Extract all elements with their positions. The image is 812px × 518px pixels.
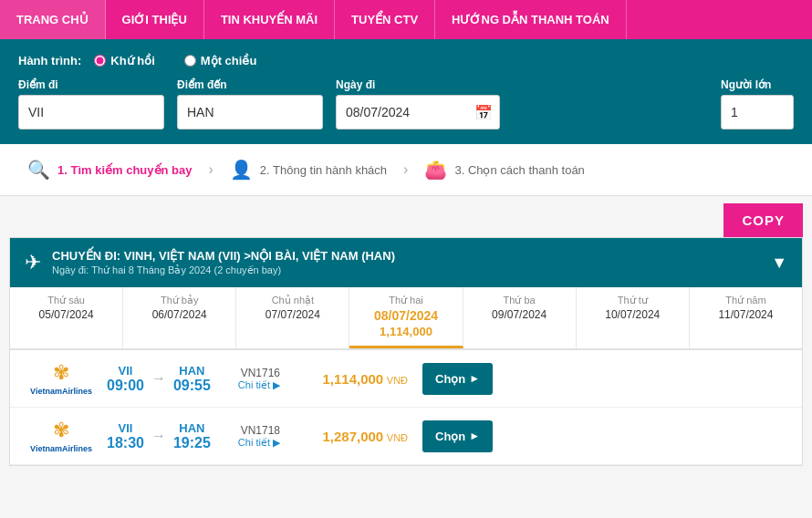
flight-info-0: VN1716 Chi tiết ▶ bbox=[238, 367, 280, 391]
copy-button[interactable]: COPY bbox=[724, 203, 803, 237]
wallet-icon: 👛 bbox=[424, 159, 447, 181]
search-panel: Hành trình: Khứ hồi Một chiều Điểm đi Đi… bbox=[0, 39, 812, 144]
step-3: 👛 3. Chọn cách thanh toán bbox=[424, 159, 584, 181]
date-tab-2[interactable]: Chủ nhật 07/07/2024 bbox=[236, 287, 349, 348]
nav-home[interactable]: TRANG CHỦ bbox=[0, 0, 106, 39]
step-3-text: 3. Chọn cách thanh toán bbox=[454, 163, 584, 177]
price-value-1: 1,287,000 bbox=[322, 429, 383, 444]
arrow-right-1: → bbox=[151, 428, 166, 444]
airline-name-0: VietnamAirlines bbox=[30, 387, 92, 396]
step-arrow-2: › bbox=[403, 161, 408, 178]
to-time-0: 09:55 bbox=[173, 378, 211, 394]
ngay-di-label: Ngày đi bbox=[336, 78, 500, 91]
flight-header-left: ✈ CHUYẾN ĐI: VINH, VIỆT NAM (VII) >NỘI B… bbox=[25, 249, 395, 276]
airline-logo-0: ✾ VietnamAirlines bbox=[25, 361, 98, 396]
vietnam-airlines-icon-0: ✾ bbox=[53, 361, 69, 385]
chon-button-1[interactable]: Chọn ► bbox=[422, 420, 493, 452]
flight-header: ✈ CHUYẾN ĐI: VINH, VIỆT NAM (VII) >NỘI B… bbox=[10, 238, 802, 287]
to-airport-1: HAN 19:25 bbox=[173, 421, 211, 451]
nav-promo[interactable]: TIN KHUYẾN MÃI bbox=[204, 0, 335, 39]
step-arrow-1: › bbox=[209, 161, 213, 178]
chon-chevron-1: ► bbox=[469, 430, 480, 442]
step-2: 👤 2. Thông tin hành khách bbox=[230, 159, 387, 181]
diem-di-input[interactable] bbox=[18, 95, 164, 130]
main-nav: TRANG CHỦ GIỚI THIỆU TIN KHUYẾN MÃI TUYỂ… bbox=[0, 0, 812, 39]
chon-chevron-0: ► bbox=[469, 372, 480, 385]
airline-logo-1: ✾ VietnamAirlines bbox=[25, 419, 98, 453]
hanh-trinh-label: Hành trình: bbox=[18, 54, 81, 67]
khu-hoi-radio[interactable]: Khứ hồi bbox=[94, 54, 155, 67]
chon-label-1: Chọn bbox=[435, 430, 465, 443]
price-value-0: 1,114,000 bbox=[322, 371, 383, 387]
date-tab-1[interactable]: Thứ bảy 06/07/2024 bbox=[123, 287, 236, 348]
from-time-1: 18:30 bbox=[107, 435, 144, 451]
flight-section: ✈ CHUYẾN ĐI: VINH, VIỆT NAM (VII) >NỘI B… bbox=[9, 237, 803, 466]
to-code-0: HAN bbox=[173, 364, 211, 378]
flight-row-0: ✾ VietnamAirlines VII 09:00 → HAN 09:55 … bbox=[10, 350, 802, 408]
price-col-1: 1,287,000 VNĐ bbox=[307, 429, 408, 444]
step-1-text: 1. Tìm kiếm chuyến bay bbox=[57, 163, 193, 177]
flight-subtitle: Ngày đi: Thứ hai 8 Tháng Bảy 2024 (2 chu… bbox=[52, 264, 395, 276]
to-time-1: 19:25 bbox=[173, 435, 211, 451]
from-code-0: VII bbox=[107, 364, 144, 378]
flight-num-1: VN1718 bbox=[238, 424, 280, 437]
from-airport-1: VII 18:30 bbox=[107, 421, 144, 451]
diem-den-input[interactable] bbox=[177, 95, 323, 130]
from-airport-0: VII 09:00 bbox=[107, 364, 144, 394]
diem-den-label: Điểm đến bbox=[177, 78, 323, 91]
mot-chieu-label: Một chiều bbox=[201, 54, 257, 67]
nguoi-lon-label: Người lớn bbox=[721, 78, 794, 91]
copy-row: COPY bbox=[0, 196, 812, 237]
from-code-1: VII bbox=[107, 421, 144, 435]
mot-chieu-radio[interactable]: Một chiều bbox=[184, 54, 257, 67]
nguoi-lon-group: Người lớn bbox=[721, 78, 794, 130]
date-tabs: Thứ sáu 05/07/2024 Thứ bảy 06/07/2024 Ch… bbox=[10, 287, 802, 350]
flight-info-1: VN1718 Chi tiết ▶ bbox=[238, 424, 280, 449]
diem-den-group: Điểm đến bbox=[177, 78, 323, 130]
date-tab-6[interactable]: Thứ năm 11/07/2024 bbox=[690, 287, 802, 348]
ngay-di-group: Ngày đi 📅 bbox=[336, 78, 500, 130]
vietnam-airlines-icon-1: ✾ bbox=[53, 419, 69, 442]
arrow-right-0: → bbox=[151, 370, 166, 387]
ngay-di-input[interactable] bbox=[336, 95, 500, 130]
flight-num-0: VN1716 bbox=[238, 367, 280, 379]
search-fields: Điểm đi Điểm đến Ngày đi 📅 Người lớn bbox=[18, 78, 794, 130]
date-tab-0[interactable]: Thứ sáu 05/07/2024 bbox=[10, 287, 123, 348]
steps-bar: 🔍 1. Tìm kiếm chuyến bay › 👤 2. Thông ti… bbox=[0, 144, 812, 196]
to-code-1: HAN bbox=[173, 421, 211, 435]
diem-di-label: Điểm đi bbox=[18, 78, 164, 91]
nguoi-lon-input[interactable] bbox=[721, 95, 794, 130]
date-tab-4[interactable]: Thứ ba 09/07/2024 bbox=[463, 287, 577, 348]
date-tab-3[interactable]: Thứ hai 08/07/2024 1,114,000 bbox=[349, 287, 463, 348]
flight-detail-link-0[interactable]: Chi tiết ▶ bbox=[238, 379, 280, 391]
diem-di-group: Điểm đi bbox=[18, 78, 164, 130]
price-currency-0: VNĐ bbox=[387, 375, 408, 386]
date-tab-5[interactable]: Thứ tư 10/07/2024 bbox=[577, 287, 690, 348]
to-airport-0: HAN 09:55 bbox=[173, 364, 211, 394]
step-1: 🔍 1. Tìm kiếm chuyến bay bbox=[27, 159, 193, 181]
plane-icon: ✈ bbox=[25, 251, 41, 275]
nav-payment[interactable]: HƯỚNG DẪN THANH TOÁN bbox=[435, 0, 627, 39]
from-time-0: 09:00 bbox=[107, 378, 144, 394]
flight-detail-link-1[interactable]: Chi tiết ▶ bbox=[238, 437, 280, 449]
nav-about[interactable]: GIỚI THIỆU bbox=[106, 0, 204, 39]
flight-title: CHUYẾN ĐI: VINH, VIỆT NAM (VII) >NỘI BÀI… bbox=[52, 249, 395, 263]
price-col-0: 1,114,000 VNĐ bbox=[307, 371, 408, 387]
price-currency-1: VNĐ bbox=[387, 432, 408, 443]
search-icon: 🔍 bbox=[27, 159, 50, 181]
person-icon: 👤 bbox=[230, 159, 253, 181]
flight-row-1: ✾ VietnamAirlines VII 18:30 → HAN 19:25 … bbox=[10, 408, 802, 465]
airline-name-1: VietnamAirlines bbox=[30, 444, 92, 453]
nav-recruit[interactable]: TUYỂN CTV bbox=[335, 0, 435, 39]
chevron-down-icon[interactable]: ▼ bbox=[771, 254, 787, 273]
trip-type-group: Khứ hồi Một chiều bbox=[94, 54, 269, 67]
flight-times-0: VII 09:00 → HAN 09:55 bbox=[107, 364, 211, 394]
chon-button-0[interactable]: Chọn ► bbox=[422, 363, 493, 395]
khu-hoi-label: Khứ hồi bbox=[110, 54, 155, 67]
flight-times-1: VII 18:30 → HAN 19:25 bbox=[107, 421, 211, 451]
step-2-text: 2. Thông tin hành khách bbox=[260, 163, 387, 177]
chon-label-0: Chọn bbox=[435, 372, 465, 386]
